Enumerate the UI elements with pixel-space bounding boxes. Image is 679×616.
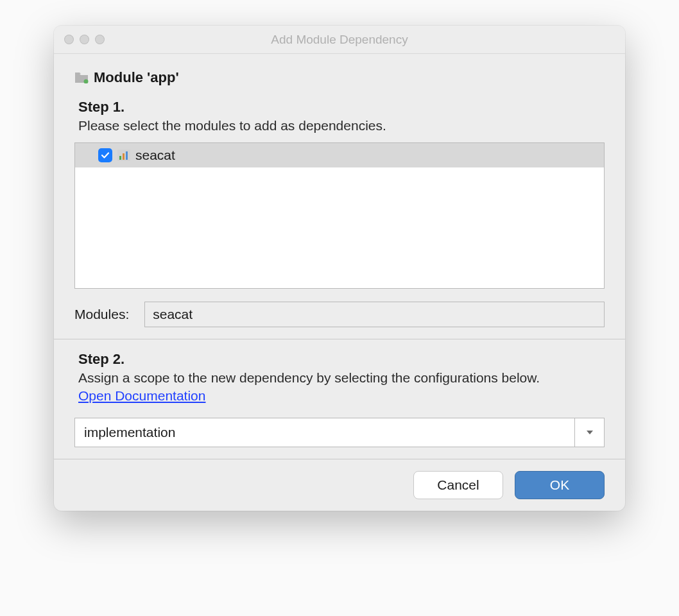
svg-rect-3 bbox=[123, 153, 125, 160]
step2-label: Step 2. bbox=[78, 351, 605, 368]
module-name-label: seacat bbox=[135, 148, 175, 163]
module-list[interactable]: seacat bbox=[74, 142, 605, 289]
cancel-button[interactable]: Cancel bbox=[413, 471, 503, 499]
titlebar: Add Module Dependency bbox=[54, 26, 625, 54]
scope-select-arrow[interactable] bbox=[575, 418, 605, 447]
scope-select-value[interactable]: implementation bbox=[74, 418, 575, 447]
modules-label: Modules: bbox=[74, 307, 129, 322]
step1-desc: Please select the modules to add as depe… bbox=[78, 118, 605, 133]
add-module-dependency-dialog: Add Module Dependency Module 'app' Step … bbox=[54, 26, 625, 511]
svg-rect-4 bbox=[126, 151, 128, 160]
modules-input[interactable] bbox=[144, 302, 605, 327]
step1-label: Step 1. bbox=[78, 99, 605, 116]
step2-desc: Assign a scope to the new dependency by … bbox=[78, 370, 605, 386]
module-checkbox[interactable] bbox=[98, 148, 112, 162]
traffic-lights bbox=[54, 35, 105, 44]
module-bars-icon bbox=[117, 150, 130, 161]
module-header: Module 'app' bbox=[74, 69, 605, 86]
module-folder-icon bbox=[74, 72, 89, 83]
module-row[interactable]: seacat bbox=[75, 143, 604, 167]
zoom-traffic-light[interactable] bbox=[95, 35, 105, 44]
open-documentation-link[interactable]: Open Documentation bbox=[78, 388, 205, 404]
dialog-content: Module 'app' Step 1. Please select the m… bbox=[54, 54, 625, 511]
svg-rect-2 bbox=[119, 156, 121, 160]
divider-bottom bbox=[54, 459, 625, 459]
divider bbox=[54, 339, 625, 339]
scope-select[interactable]: implementation bbox=[74, 418, 605, 447]
dialog-title: Add Module Dependency bbox=[54, 33, 625, 47]
minimize-traffic-light[interactable] bbox=[80, 35, 89, 44]
module-header-text: Module 'app' bbox=[94, 69, 179, 86]
ok-button[interactable]: OK bbox=[515, 471, 605, 499]
close-traffic-light[interactable] bbox=[64, 35, 74, 44]
modules-field-row: Modules: bbox=[74, 302, 605, 327]
button-row: Cancel OK bbox=[74, 471, 605, 499]
